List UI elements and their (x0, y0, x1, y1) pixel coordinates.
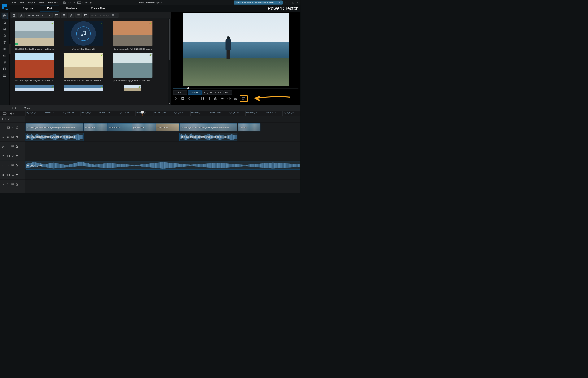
lock-icon[interactable] (16, 145, 18, 148)
fx-room-icon[interactable]: fx (2, 19, 7, 25)
undock-preview-icon[interactable] (240, 95, 248, 102)
settings-icon[interactable] (84, 0, 88, 4)
track-visible-checkbox[interactable]: ☑ (8, 118, 10, 121)
lock-icon[interactable] (16, 126, 18, 129)
step-options-icon[interactable] (193, 96, 198, 101)
tools-menu[interactable]: Tools ⌄ (24, 107, 33, 110)
plugins-button-icon[interactable] (18, 13, 24, 18)
trim-handles-icon[interactable] (11, 106, 17, 111)
menu-file[interactable]: File (11, 1, 18, 5)
lock-icon[interactable] (16, 164, 18, 167)
save-icon[interactable] (63, 0, 67, 4)
lock-icon[interactable] (16, 183, 18, 186)
track-area[interactable]: 5515039_MotionElements_walking-on-the-be… (25, 116, 301, 193)
transition-room-icon[interactable] (2, 46, 7, 52)
library-scrollbar[interactable]: ▲ ▼ (168, 19, 171, 105)
track-visible-checkbox[interactable]: ☑ (11, 135, 14, 138)
scroll-down-icon[interactable]: ▼ (169, 103, 171, 105)
timeline-clip[interactable]: matthew (238, 123, 260, 131)
track-visible-checkbox[interactable]: ☑ (11, 183, 14, 186)
library-item[interactable]: ✔ guy-kawasaki-iij-QvyRAnM-unsplas... (110, 53, 155, 82)
audio-track-1[interactable]: 5515039_MotionElements_walking-on-the-be… (25, 132, 301, 142)
library-item[interactable]: drif-riadh-YpkuRn54y4w-unsplash.jpg (12, 53, 57, 82)
filter-image-icon[interactable] (61, 13, 67, 18)
timeline-clip[interactable]: dino-reichm (84, 123, 108, 131)
timeline-clip[interactable]: thomas-mar (156, 123, 179, 131)
track-visible-checkbox[interactable]: ☑ (12, 126, 14, 129)
three-d-button[interactable]: 3D (233, 96, 238, 101)
timeline-ruler[interactable]: 00;00;00;00 00;00;03;10 00;00;06;20 00;0… (25, 111, 301, 116)
import-media-icon[interactable] (11, 13, 17, 18)
library-item[interactable]: ✔ Arc_of_the_Sun.mp3 (61, 21, 106, 50)
timeline-clip[interactable]: 5515039_MotionElements_walking-on-the-be… (26, 123, 84, 131)
tutorial-banner[interactable]: Welcome! View all tutorial videos here! … (234, 0, 283, 4)
tab-edit[interactable]: Edit (40, 6, 59, 11)
library-filter-select[interactable]: Media Content ⌄ (26, 13, 53, 18)
track-visible-checkbox[interactable]: ☑ (12, 174, 14, 176)
voiceover-room-icon[interactable] (2, 59, 7, 65)
particle-room-icon[interactable] (2, 33, 7, 38)
library-item[interactable]: ✔ (12, 85, 57, 91)
filter-audio-icon[interactable] (68, 13, 74, 18)
go-start-icon[interactable] (10, 112, 14, 114)
close-window-icon[interactable] (296, 1, 299, 4)
video-track-3[interactable] (25, 170, 301, 180)
audio-mix-room-icon[interactable] (2, 53, 7, 58)
chapter-room-icon[interactable] (2, 66, 7, 72)
timeline-audio-clip[interactable]: 5515039_MotionElements_walking-on-the-be… (26, 133, 84, 141)
timeline-music-clip[interactable]: Arc_of_the_Sun (26, 161, 300, 169)
lock-icon[interactable] (16, 155, 18, 157)
tab-capture[interactable]: Capture (16, 6, 40, 11)
close-banner-icon[interactable]: × (279, 1, 280, 4)
timeline-clip[interactable]: 5515039_MotionElements_walking-on-the-be… (179, 123, 237, 131)
menu-edit[interactable]: Edit (18, 1, 25, 5)
master-track[interactable] (25, 116, 301, 122)
tab-produce[interactable]: Produce (59, 6, 84, 11)
audio-track-3[interactable] (25, 180, 301, 189)
aspect-ratio-selector[interactable] (77, 0, 83, 4)
title-room-icon[interactable]: T (2, 40, 7, 45)
maximize-icon[interactable] (292, 1, 295, 4)
subtitle-room-icon[interactable] (2, 73, 7, 78)
library-search[interactable] (90, 13, 118, 18)
lock-icon[interactable] (16, 174, 18, 176)
search-input[interactable] (91, 14, 112, 16)
help-icon[interactable]: ? (283, 1, 287, 4)
minimize-icon[interactable] (287, 1, 291, 4)
tab-create-disc[interactable]: Create Disc (84, 6, 113, 11)
library-item[interactable]: ✔ (61, 85, 106, 91)
playhead[interactable] (142, 111, 143, 116)
pip-room-icon[interactable] (2, 26, 7, 32)
library-item[interactable]: ✔ (124, 85, 141, 91)
track-visible-checkbox[interactable]: ☑ (11, 145, 14, 148)
fx-track[interactable] (25, 142, 301, 151)
media-room-icon[interactable] (2, 13, 7, 19)
search-icon[interactable] (112, 14, 114, 17)
fit-zoom-select[interactable]: Fit ⌄ (223, 90, 232, 95)
library-item[interactable]: ✔ dino-reichmuth-A5rCN8626Ck-uns... (110, 21, 155, 50)
timeline-clip[interactable]: guy-kawasa (132, 123, 156, 131)
prev-frame-icon[interactable] (187, 96, 192, 101)
view-grid-icon[interactable] (75, 13, 81, 18)
stop-icon[interactable] (180, 96, 185, 101)
fast-forward-icon[interactable] (206, 96, 212, 101)
timeline-audio-clip[interactable]: 5515039_MotionElements_walking-on-the-be… (179, 133, 237, 141)
view-menu-icon[interactable] (83, 13, 89, 18)
library-item[interactable]: ✔ 5515039_MotionElements_walking-... (12, 21, 57, 50)
scroll-thumb[interactable] (169, 19, 170, 60)
undo-icon[interactable] (67, 0, 71, 4)
menu-playback[interactable]: Playback (46, 1, 59, 5)
menu-plugins[interactable]: Plugins (26, 1, 37, 5)
movie-mode-icon[interactable] (3, 112, 6, 115)
movie-mode-button[interactable]: Movie (188, 90, 202, 95)
track-visible-checkbox[interactable]: ☑ (11, 164, 14, 167)
menu-view[interactable]: View (37, 1, 46, 5)
video-track-2[interactable] (25, 151, 301, 161)
volume-icon[interactable] (227, 96, 232, 101)
next-frame-icon[interactable] (200, 96, 205, 101)
play-icon[interactable] (173, 96, 179, 101)
quality-options-icon[interactable] (220, 96, 225, 101)
timeline-clip[interactable]: marc-james (108, 123, 132, 131)
preview-viewport[interactable] (173, 13, 298, 86)
redo-icon[interactable] (72, 0, 76, 4)
